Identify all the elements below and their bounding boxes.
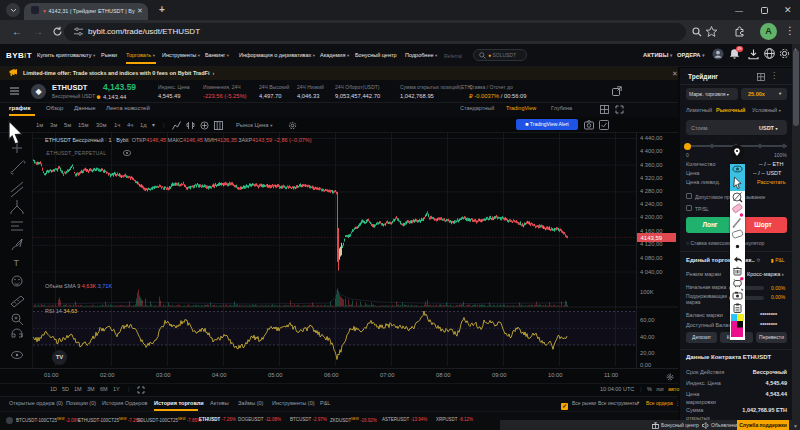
svg-text:20,00: 20,00 (640, 350, 655, 356)
svg-text:100K: 100K (640, 289, 654, 295)
svg-text:40,00: 40,00 (640, 334, 655, 340)
svg-text:60,00: 60,00 (640, 317, 655, 323)
svg-text:0,00: 0,00 (640, 362, 651, 368)
svg-text:4143,59: 4143,59 (641, 235, 663, 241)
svg-text:4 160,00: 4 160,00 (640, 228, 663, 234)
svg-text:T: T (14, 258, 20, 268)
svg-text:4 240,00: 4 240,00 (640, 201, 663, 207)
svg-text:4 400,00: 4 400,00 (640, 148, 663, 154)
svg-text:4 080,00: 4 080,00 (640, 255, 663, 261)
svg-text:4 360,00: 4 360,00 (640, 162, 663, 168)
svg-text:4 320,00: 4 320,00 (640, 175, 663, 181)
svg-text:4 440,00: 4 440,00 (640, 135, 663, 141)
svg-text:4 040,00: 4 040,00 (640, 269, 663, 275)
svg-text:4 200,00: 4 200,00 (640, 214, 663, 220)
svg-text:4 280,00: 4 280,00 (640, 188, 663, 194)
